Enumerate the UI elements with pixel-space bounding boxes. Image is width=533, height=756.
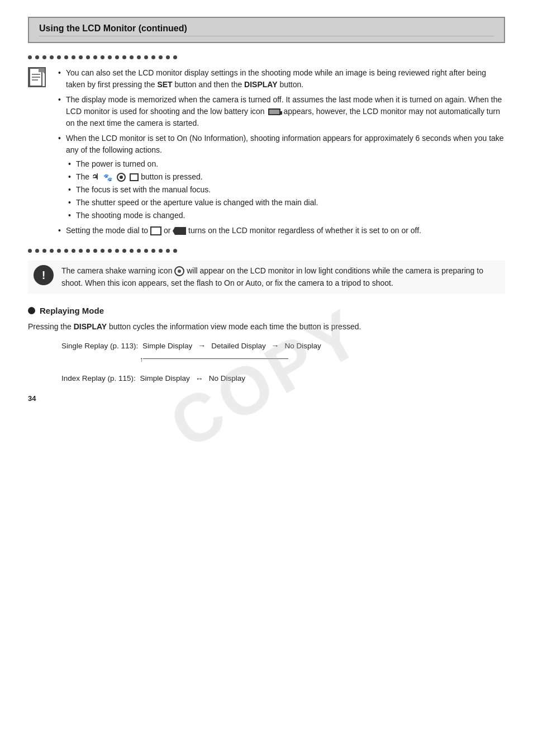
warning-icon: ! <box>34 265 54 285</box>
note-block: You can also set the LCD monitor display… <box>28 67 505 240</box>
note-sub-item-1: The power is turned on. <box>66 158 505 170</box>
flow-arrow-2: → <box>269 339 282 353</box>
flow-step-simple: Simple Display <box>142 339 192 353</box>
note-item-3: When the LCD monitor is set to On (No In… <box>56 133 505 221</box>
page-number: 34 <box>28 394 36 403</box>
page-title: Using the LCD Monitor (continued) <box>39 23 494 34</box>
section-header: Using the LCD Monitor (continued) <box>28 17 505 43</box>
flow-diagram-single: Single Replay (p. 113): Simple Display →… <box>61 339 505 366</box>
note-content: You can also set the LCD monitor display… <box>56 67 505 240</box>
replaying-body: Pressing the DISPLAY button cycles the i… <box>28 321 505 333</box>
mode-dial-icon-2 <box>173 226 186 235</box>
flow-row-index: Index Replay (p. 115): Simple Display ↔ … <box>61 372 505 386</box>
circle-icon <box>117 173 126 182</box>
flow-diagram-index: Index Replay (p. 115): Simple Display ↔ … <box>61 372 505 386</box>
mode-dial-icon-1 <box>150 226 161 235</box>
warning-content: The camera shake warning icon will appea… <box>61 265 499 289</box>
flow-step-detailed: Detailed Display <box>211 339 266 353</box>
note-sub-item-2: The ♃ 🐾 button is pressed. <box>66 171 505 183</box>
note-item-1: You can also set the LCD monitor display… <box>56 67 505 91</box>
memo-icon-shape <box>28 67 46 87</box>
svg-text:🐾: 🐾 <box>103 173 112 181</box>
warning-block: ! The camera shake warning icon will app… <box>28 261 505 294</box>
flow-loopback-line <box>143 358 288 359</box>
bullet-circle <box>28 307 35 314</box>
svg-point-7 <box>120 176 123 179</box>
note-item-2: The display mode is memorized when the c… <box>56 94 505 129</box>
svg-marker-10 <box>173 227 186 235</box>
replaying-heading-label: Replaying Mode <box>40 306 104 315</box>
svg-point-12 <box>178 270 181 273</box>
flow-step-no-display-index: No Display <box>209 372 245 385</box>
flow-row-single: Single Replay (p. 113): Simple Display →… <box>61 339 505 353</box>
flow-arrow-index: ↔ <box>193 372 206 386</box>
note-sub-item-3: The focus is set with the manual focus. <box>66 184 505 196</box>
note-sub-list: The power is turned on. The ♃ 🐾 button i… <box>66 158 505 221</box>
rect-icon <box>130 173 139 181</box>
index-replay-label: Index Replay (p. 115): <box>61 372 138 385</box>
dot-divider-top <box>28 55 505 59</box>
flow-loopback: ↑ <box>140 354 505 366</box>
battery-icon <box>268 108 280 115</box>
svg-marker-1 <box>39 68 42 72</box>
single-replay-label: Single Replay (p. 113): <box>61 339 140 353</box>
replaying-section-heading: Replaying Mode <box>28 306 505 315</box>
memo-svg <box>29 68 45 87</box>
paw-icon: 🐾 <box>103 173 112 181</box>
memo-icon <box>28 67 48 87</box>
shake-warning-icon <box>174 266 184 276</box>
note-item-4: Setting the mode dial to or turns on the… <box>56 225 505 237</box>
flow-step-no-display: No Display <box>284 339 321 353</box>
note-list: You can also set the LCD monitor display… <box>56 67 505 237</box>
flow-step-simple-index: Simple Display <box>140 372 190 385</box>
svg-rect-8 <box>130 174 138 181</box>
note-sub-item-5: The shooting mode is changed. <box>66 210 505 221</box>
note-sub-item-4: The shutter speed or the aperture value … <box>66 197 505 209</box>
page-container: Using the LCD Monitor (continued) <box>28 17 505 386</box>
dot-divider-middle <box>28 249 505 253</box>
flow-arrow-1: → <box>196 339 208 353</box>
flow-up-arrow: ↑ <box>140 354 143 366</box>
svg-rect-9 <box>151 227 161 235</box>
